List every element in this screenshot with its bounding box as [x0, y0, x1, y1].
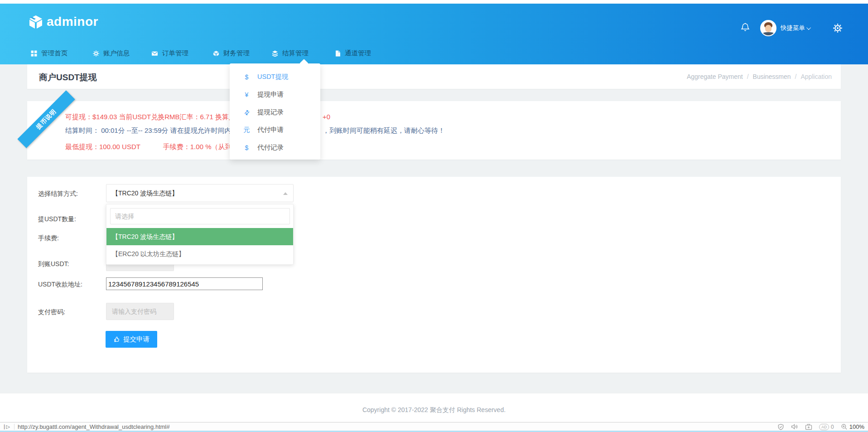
shield-check-icon[interactable] — [777, 423, 784, 431]
chevron-down-icon — [806, 25, 811, 30]
avatar-shirt — [763, 32, 774, 35]
submenu-item-usdt-withdraw[interactable]: $ USDT提现 — [230, 68, 320, 86]
thumb-up-icon — [113, 336, 120, 343]
settings-gear-icon[interactable] — [833, 23, 843, 33]
submenu-item-payout-records[interactable]: $ 代付记录 — [230, 139, 320, 156]
quick-menu-label: 快捷菜单 — [781, 24, 805, 32]
nav-item-account[interactable]: 账户信息 — [93, 49, 130, 58]
notice-line-time-tail: ，到账时间可能稍有延迟，请耐心等待！ — [323, 126, 445, 135]
label-usdt-address: USDT收款地址: — [38, 281, 106, 289]
nav-item-channels[interactable]: 通道管理 — [335, 49, 371, 58]
exchange-arrows-icon: ⇄ — [242, 107, 252, 117]
speaker-icon[interactable] — [791, 423, 798, 430]
submenu-item-withdraw-apply[interactable]: ¥ 提现申请 — [230, 86, 320, 103]
kit-plus-icon[interactable] — [805, 423, 812, 430]
nav-label: 结算管理 — [282, 49, 309, 58]
breadcrumb-separator: / — [747, 73, 749, 80]
settlement-submenu: $ USDT提现 ¥ 提现申请 ⇄ 提现记录 元 代付申请 $ 代付记录 — [230, 63, 320, 160]
submit-label: 提交申请 — [123, 335, 149, 344]
cube-logo-icon — [28, 15, 43, 29]
select-option-erc20[interactable]: 【ERC20 以太坊生态链】 — [106, 245, 293, 262]
submenu-label: 代付记录 — [257, 143, 284, 152]
browser-status-bar: ∣▷ http://zy.bugattl.com/agent_Withdrawa… — [0, 422, 868, 431]
nav-item-dashboard[interactable]: 管理首页 — [31, 49, 68, 58]
page-footer: Copyright © 2017-2022 聚合支付 Rights Reserv… — [0, 393, 868, 422]
page-title-bar: 商户USDT提现 Aggregate Payment / Businessmen… — [27, 64, 841, 89]
pay-password-input[interactable] — [106, 303, 174, 320]
submenu-label: 代付申请 — [257, 126, 284, 134]
nav-label: 管理首页 — [41, 49, 68, 58]
nav-label: 通道管理 — [345, 49, 371, 58]
envelope-icon — [151, 50, 158, 57]
submenu-label: USDT提现 — [257, 73, 288, 81]
avatar-face — [765, 25, 772, 32]
nav-item-finance[interactable]: 财务管理 — [213, 49, 250, 58]
settle-method-value: 【TRC20 波场生态链】 — [112, 189, 178, 197]
submenu-label: 提现申请 — [257, 90, 284, 99]
chevron-up-icon — [283, 192, 288, 195]
notice-line-balance: 可提现：$149.03 当前USDT兑换RMB汇率：6.71 换算人民币￥ — [65, 113, 256, 121]
file-icon — [335, 50, 341, 57]
grid-icon — [31, 50, 37, 57]
brand-logo[interactable]: adminor — [28, 15, 98, 29]
submit-application-button[interactable]: 提交申请 — [106, 331, 157, 348]
statusbar-divider — [14, 424, 14, 430]
ad-count: 0 — [831, 424, 834, 430]
user-avatar[interactable] — [760, 20, 776, 36]
nav-label: 订单管理 — [162, 49, 188, 58]
settle-method-dropdown: 【TRC20 波场生态链】 【ERC20 以太坊生态链】 — [106, 204, 294, 265]
app-header: adminor 快捷菜单 — [0, 4, 868, 64]
withdraw-notice-panel: 提币说明 可提现：$149.03 当前USDT兑换RMB汇率：6.71 换算人民… — [27, 101, 841, 160]
gear-icon — [93, 50, 99, 57]
page-title: 商户USDT提现 — [39, 72, 97, 83]
breadcrumb-item[interactable]: Businessmen — [753, 73, 791, 80]
yuan-icon: 元 — [243, 126, 250, 134]
nav-label: 财务管理 — [223, 49, 250, 58]
yen-icon: ¥ — [243, 91, 250, 98]
page: adminor 快捷菜单 — [0, 0, 868, 432]
label-fee: 手续费: — [38, 234, 106, 243]
run-step-icon[interactable]: ∣▷ — [3, 424, 10, 430]
nav-label: 账户信息 — [103, 49, 130, 58]
zoom-level: 100% — [849, 423, 864, 430]
brand-name: adminor — [47, 15, 98, 29]
submenu-item-withdraw-records[interactable]: ⇄ 提现记录 — [230, 103, 320, 121]
select-option-trc20[interactable]: 【TRC20 波场生态链】 — [106, 228, 293, 245]
layers-icon — [272, 50, 278, 57]
zoom-plus-icon — [841, 423, 848, 430]
breadcrumb-item[interactable]: Aggregate Payment — [687, 73, 743, 80]
label-receive-usdt: 到账USDT: — [38, 260, 106, 268]
copyright-text: Copyright © 2017-2022 聚合支付 Rights Reserv… — [0, 406, 868, 414]
status-url-text[interactable]: http://zy.bugattl.com/agent_Withdrawal_u… — [18, 423, 170, 430]
select-search-input[interactable] — [110, 208, 290, 224]
notice-line-balance-tail: +0 — [323, 113, 330, 121]
ad-blocker-badge[interactable]: AD 0 — [819, 424, 834, 430]
dollar-icon: $ — [243, 144, 250, 151]
breadcrumb-separator: / — [795, 73, 797, 80]
main-nav: 管理首页 账户信息 订单管理 — [0, 49, 868, 64]
usdt-address-input[interactable] — [106, 277, 263, 290]
submenu-item-payout-apply[interactable]: 元 代付申请 — [230, 121, 320, 139]
notification-bell-icon[interactable] — [740, 22, 750, 34]
settle-method-select[interactable]: 【TRC20 波场生态链】 — [106, 184, 294, 202]
label-usdt-amount: 提USDT数量: — [38, 215, 106, 223]
dollar-icon: $ — [243, 73, 250, 81]
nav-item-orders[interactable]: 订单管理 — [151, 49, 188, 58]
cube-icon — [213, 50, 219, 57]
breadcrumb: Aggregate Payment / Businessmen / Applic… — [687, 73, 832, 80]
submenu-label: 提现记录 — [257, 108, 284, 116]
zoom-control[interactable]: 100% — [841, 423, 864, 430]
label-settle-method: 选择结算方式: — [38, 190, 106, 198]
quick-menu-dropdown[interactable]: 快捷菜单 — [781, 24, 811, 32]
nav-item-settlement[interactable]: 结算管理 — [272, 49, 309, 58]
label-pay-password: 支付密码: — [38, 308, 106, 316]
notice-min-withdraw: 最低提现：100.00 USDT — [65, 143, 140, 150]
breadcrumb-item-current: Application — [801, 73, 832, 80]
ad-icon: AD — [819, 424, 829, 430]
